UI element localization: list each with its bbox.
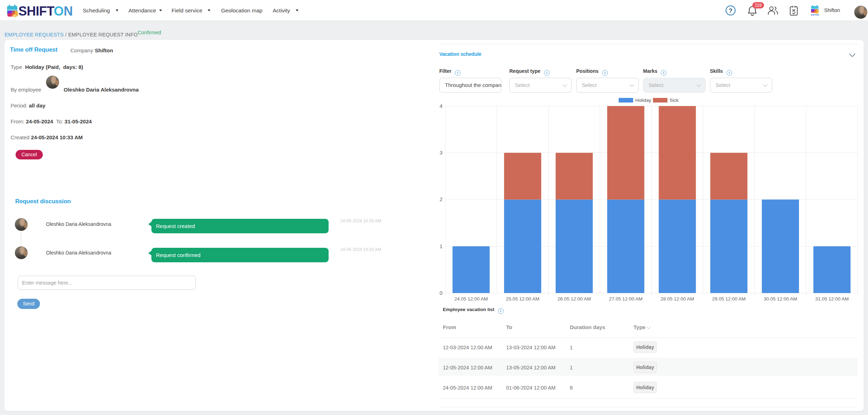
svg-text:30.05 12:00 AM: 30.05 12:00 AM xyxy=(764,296,797,302)
svg-text:0: 0 xyxy=(440,290,442,296)
svg-text:31.05 12:00 AM: 31.05 12:00 AM xyxy=(815,296,849,302)
svg-text:?: ? xyxy=(729,7,732,14)
svg-text:2: 2 xyxy=(440,196,442,202)
svg-text:26.05 12:00 AM: 26.05 12:00 AM xyxy=(557,296,591,302)
svg-text:24.05 12:00 AM: 24.05 12:00 AM xyxy=(455,296,488,302)
svg-text:N: N xyxy=(64,5,73,17)
svg-text:29.05 12:00 AM: 29.05 12:00 AM xyxy=(712,296,746,302)
svg-text:25.05 12:00 AM: 25.05 12:00 AM xyxy=(506,296,539,302)
svg-text:27.05 12:00 AM: 27.05 12:00 AM xyxy=(609,296,643,302)
svg-text:3: 3 xyxy=(440,150,442,156)
svg-text:1: 1 xyxy=(440,243,442,249)
svg-text:SHIFTON: SHIFTON xyxy=(811,14,819,16)
svg-text:SHIFT: SHIFT xyxy=(18,5,54,17)
svg-text:O: O xyxy=(54,5,64,17)
svg-text:4: 4 xyxy=(440,103,442,109)
svg-text:28.05 12:00 AM: 28.05 12:00 AM xyxy=(661,296,694,302)
